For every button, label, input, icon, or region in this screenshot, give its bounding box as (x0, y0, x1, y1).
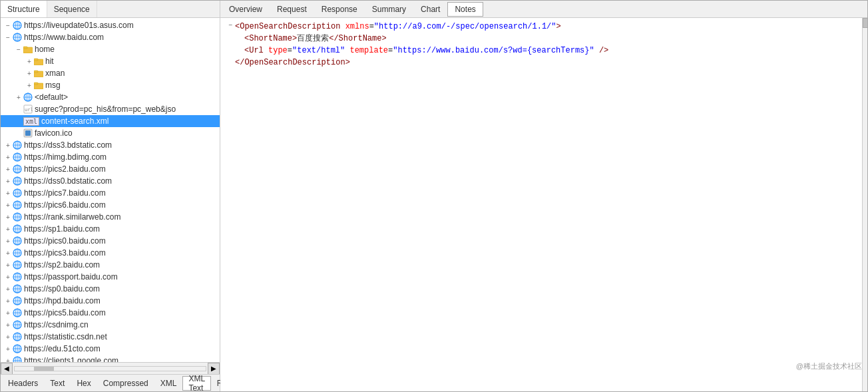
right-top-tabs: Overview Request Response Summary Chart … (220, 1, 867, 18)
globe-icon (13, 200, 22, 210)
tree-item-label: sugrec?prod=pc_his&from=pc_web&jso (35, 104, 176, 114)
tree-item[interactable]: + https://rank.similarweb.com (1, 211, 220, 223)
tree-item-label: msg (45, 81, 61, 90)
expand-btn[interactable]: + (3, 297, 13, 305)
expand-btn[interactable]: + (3, 345, 13, 353)
tree-item[interactable]: +xmlcontent-search.xml (1, 115, 220, 127)
tab-summary[interactable]: Summary (365, 2, 413, 17)
tree-item[interactable]: + https://pics6.baidu.com (1, 199, 220, 211)
tree-item-label: https://pics3.baidu.com (24, 248, 106, 258)
scroll-right-btn[interactable]: ▶ (208, 363, 220, 375)
expand-btn[interactable]: + (3, 250, 13, 257)
scroll-left-btn[interactable]: ◀ (1, 363, 13, 375)
scroll-track[interactable] (14, 366, 206, 371)
folder-icon (34, 57, 43, 65)
tree-item[interactable]: + <default> (1, 91, 220, 103)
tab-response[interactable]: Response (314, 2, 365, 17)
globe-icon (13, 212, 22, 222)
globe-icon (13, 320, 22, 329)
expand-btn[interactable]: + (3, 238, 13, 245)
tree-item[interactable]: + https://pics0.baidu.com (1, 235, 220, 247)
tree-item-label: https://sp1.baidu.com (24, 224, 100, 234)
xml-line-2-text: <ShortName>百度搜索</ShortName> (244, 33, 387, 45)
tab-text[interactable]: Text (44, 376, 71, 391)
expand-btn[interactable]: + (3, 154, 13, 161)
tree-item[interactable]: + https://pics3.baidu.com (1, 247, 220, 259)
tree-item[interactable]: + https://sp0.baidu.com (1, 283, 220, 295)
tree-item[interactable]: + https://edu.51cto.com (1, 343, 220, 355)
tree-item-label: https://pics7.baidu.com (24, 188, 106, 198)
expand-btn[interactable]: + (25, 58, 34, 65)
tree-item[interactable]: + https://dss0.bdstatic.com (1, 175, 220, 187)
tree-item-label: https://www.baidu.com (24, 33, 104, 42)
tree-item[interactable]: + https://sp1.baidu.com (1, 223, 220, 235)
tree-item[interactable]: + https://csdnimg.cn (1, 319, 220, 331)
right-scrollbar-thumb (863, 18, 867, 28)
tree-item[interactable]: + hit (1, 55, 220, 67)
right-scrollbar[interactable] (862, 18, 867, 391)
tree-item[interactable]: + https://passport.baidu.com (1, 271, 220, 283)
xml-view: − <OpenSearchDescription xmlns="http://a… (220, 18, 867, 391)
xml-file-icon: xml (23, 117, 39, 126)
tree-item[interactable]: + favicon.ico (1, 127, 220, 139)
tree-item[interactable]: + https://pics7.baidu.com (1, 187, 220, 199)
expand-btn[interactable]: + (3, 202, 13, 209)
tree-item[interactable]: + https://pics2.baidu.com (1, 163, 220, 175)
tree-item[interactable]: + https://statistic.csdn.net (1, 331, 220, 343)
tree-item[interactable]: + https://sp2.baidu.com (1, 259, 220, 271)
expand-btn[interactable]: + (14, 94, 23, 101)
expand-btn[interactable]: + (3, 262, 13, 269)
svg-text:url: url (25, 107, 33, 112)
tree-item[interactable]: + https://clients1.google.com (1, 355, 220, 362)
expand-btn[interactable]: + (3, 357, 13, 363)
tab-chart[interactable]: Chart (413, 2, 447, 17)
tab-overview[interactable]: Overview (222, 2, 270, 17)
tab-compressed[interactable]: Compressed (97, 376, 154, 391)
expand-btn[interactable]: + (25, 70, 34, 77)
tree-item[interactable]: + url sugrec?prod=pc_his&from=pc_web&jso (1, 103, 220, 115)
expand-btn[interactable]: + (25, 82, 34, 89)
tree-item[interactable]: + xman (1, 67, 220, 79)
horizontal-scrollbar[interactable]: ◀ ▶ (1, 362, 220, 374)
expand-btn[interactable]: + (3, 226, 13, 233)
expand-btn[interactable]: + (3, 333, 13, 341)
tab-notes[interactable]: Notes (447, 2, 483, 17)
expand-btn[interactable]: + (3, 321, 13, 329)
tree-item[interactable]: + https://dss3.bdstatic.com (1, 139, 220, 151)
expand-btn[interactable]: + (3, 190, 13, 197)
globe-icon (13, 33, 22, 42)
expand-btn[interactable]: − (3, 34, 13, 41)
tree-item[interactable]: + https://pics5.baidu.com (1, 307, 220, 319)
expand-btn[interactable]: + (3, 166, 13, 173)
tab-structure[interactable]: Structure (1, 1, 47, 17)
tree-item[interactable]: + https://hpd.baidu.com (1, 295, 220, 307)
expand-btn[interactable]: + (3, 274, 13, 281)
tab-headers[interactable]: Headers (2, 376, 44, 391)
expand-btn[interactable]: − (3, 22, 13, 29)
tab-request[interactable]: Request (270, 2, 314, 17)
expand-btn[interactable]: − (14, 46, 23, 53)
tree-item[interactable]: − https://www.baidu.com (1, 31, 220, 43)
globe-icon (13, 152, 22, 162)
tree-item[interactable]: + https://himg.bdimg.com (1, 151, 220, 163)
globe-icon (13, 21, 22, 30)
tab-hex[interactable]: Hex (71, 376, 97, 391)
tree-item[interactable]: − home (1, 43, 220, 55)
tab-sequence[interactable]: Sequence (47, 1, 97, 17)
expand-btn[interactable]: + (3, 178, 13, 185)
expand-btn[interactable]: + (3, 286, 13, 293)
tree-item-label: https://pics0.baidu.com (24, 236, 106, 246)
xml-line-4: </OpenSearchDescription> (226, 57, 862, 69)
tree-item[interactable]: + msg (1, 79, 220, 91)
tree-item-label: https://sp2.baidu.com (24, 260, 100, 270)
tree-item[interactable]: − https://liveupdate01s.asus.com (1, 19, 220, 31)
expand-btn[interactable]: + (3, 309, 13, 317)
tree-item-label: https://pics6.baidu.com (24, 200, 106, 210)
expand-btn[interactable]: + (3, 214, 13, 221)
globe-icon (13, 164, 22, 174)
expand-btn[interactable]: + (3, 142, 13, 149)
tab-xml-text[interactable]: XML Text (182, 376, 210, 391)
xml-collapse-btn[interactable]: − (226, 21, 235, 31)
tab-xml[interactable]: XML (154, 376, 183, 391)
bottom-tabs: Headers Text Hex Compressed XML XML Text… (1, 374, 220, 391)
